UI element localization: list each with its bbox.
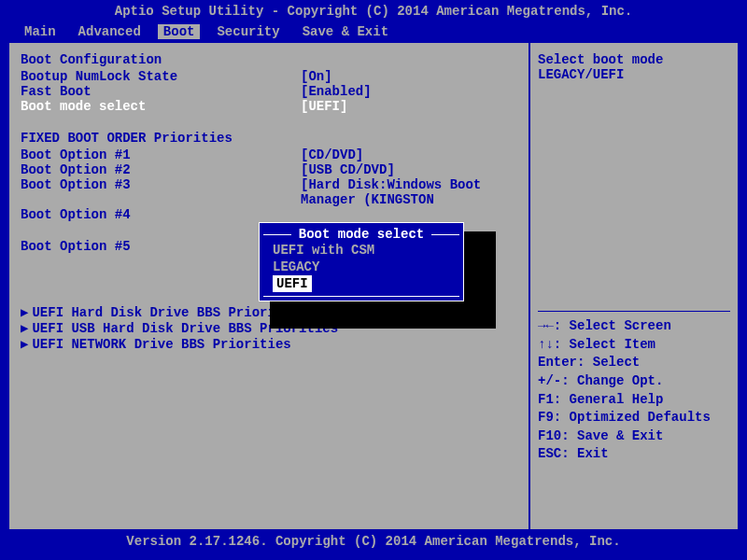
help-description: Select boot mode bbox=[538, 52, 730, 67]
popup-option-uefi-csm[interactable]: UEFI with CSM bbox=[265, 242, 458, 259]
setting-value: [On] bbox=[301, 69, 332, 84]
setting-boot-mode[interactable]: Boot mode select [UEFI] bbox=[21, 99, 517, 114]
boot-option-4[interactable]: Boot Option #4 bbox=[21, 207, 517, 222]
setting-fast-boot[interactable]: Fast Boot [Enabled] bbox=[21, 84, 517, 99]
boot-option-3[interactable]: Boot Option #3 [Hard Disk:Windows Boot bbox=[21, 177, 517, 192]
setting-label: Boot Option #4 bbox=[21, 207, 301, 222]
menu-security[interactable]: Security bbox=[211, 24, 285, 39]
menu-advanced[interactable]: Advanced bbox=[73, 24, 147, 39]
setting-value: [Enabled] bbox=[301, 84, 372, 99]
boot-mode-popup: Boot mode select UEFI with CSM LEGACY UE… bbox=[259, 222, 464, 301]
setting-label: Boot mode select bbox=[21, 99, 301, 114]
key-hint: F10: Save & Exit bbox=[538, 427, 730, 446]
triangle-right-icon: ▶ bbox=[21, 336, 28, 352]
key-hint: F1: General Help bbox=[538, 391, 730, 410]
bios-screen: Aptio Setup Utility - Copyright (C) 2014… bbox=[0, 0, 747, 560]
title-bar: Aptio Setup Utility - Copyright (C) 2014… bbox=[0, 0, 747, 22]
footer-bar: Version 2.17.1246. Copyright (C) 2014 Am… bbox=[0, 531, 747, 552]
setting-value: [UEFI] bbox=[301, 99, 347, 114]
menu-bar: Main Advanced Boot Security Save & Exit bbox=[0, 22, 747, 41]
boot-option-2[interactable]: Boot Option #2 [USB CD/DVD] bbox=[21, 162, 517, 177]
setting-label: Fast Boot bbox=[21, 84, 301, 99]
right-panel: Select boot mode LEGACY/UEFI →←: Select … bbox=[529, 41, 740, 531]
setting-numlock[interactable]: Bootup NumLock State [On] bbox=[21, 69, 517, 84]
triangle-right-icon: ▶ bbox=[21, 304, 28, 320]
boot-option-1[interactable]: Boot Option #1 [CD/DVD] bbox=[21, 147, 517, 162]
key-hint: ↑↓: Select Item bbox=[538, 336, 730, 355]
popup-title: Boot mode select bbox=[295, 227, 428, 242]
popup-option-legacy[interactable]: LEGACY bbox=[265, 259, 458, 275]
key-hint: →←: Select Screen bbox=[538, 317, 730, 336]
key-hint: ESC: Exit bbox=[538, 445, 730, 464]
setting-value: [Hard Disk:Windows Boot bbox=[301, 177, 481, 192]
key-hint: +/-: Change Opt. bbox=[538, 372, 730, 391]
setting-label: Boot Option #2 bbox=[21, 162, 301, 177]
menu-boot[interactable]: Boot bbox=[158, 24, 201, 39]
setting-value: [USB CD/DVD] bbox=[301, 162, 395, 177]
section-boot-config: Boot Configuration bbox=[21, 52, 517, 67]
popup-option-uefi[interactable]: UEFI bbox=[273, 275, 312, 292]
setting-value: Manager (KINGSTON bbox=[301, 192, 434, 207]
boot-option-3-cont: Manager (KINGSTON bbox=[21, 192, 517, 207]
setting-label: Boot Option #1 bbox=[21, 147, 301, 162]
key-hint: F9: Optimized Defaults bbox=[538, 409, 730, 427]
submenu-label: UEFI Hard Disk Drive BBS Priorities bbox=[32, 305, 306, 320]
section-fixed-boot: FIXED BOOT ORDER Priorities bbox=[21, 131, 517, 146]
setting-value: [CD/DVD] bbox=[301, 147, 363, 162]
menu-main[interactable]: Main bbox=[19, 24, 62, 39]
setting-label: Boot Option #3 bbox=[21, 177, 301, 192]
setting-label: Bootup NumLock State bbox=[21, 69, 301, 84]
menu-save-exit[interactable]: Save & Exit bbox=[297, 24, 394, 39]
submenu-label: UEFI NETWORK Drive BBS Priorities bbox=[32, 337, 290, 352]
submenu-uefi-network[interactable]: ▶ UEFI NETWORK Drive BBS Priorities bbox=[21, 336, 517, 352]
key-hint: Enter: Select bbox=[538, 354, 730, 372]
setting-label bbox=[21, 192, 301, 207]
triangle-right-icon: ▶ bbox=[21, 320, 28, 336]
help-description: LEGACY/UEFI bbox=[538, 67, 730, 82]
divider bbox=[538, 311, 730, 312]
